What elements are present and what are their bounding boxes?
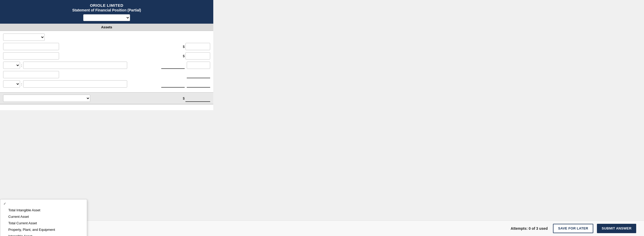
company-title: ORIOLE LIMITED [3, 3, 211, 8]
form-area: $ $ : [0, 31, 213, 92]
dropdown-item-4[interactable]: Property, Plant, and Equipment [0, 226, 87, 233]
row6-num2-input[interactable] [187, 80, 210, 88]
form-row-3: $ [3, 52, 210, 60]
assets-label: Assets [101, 25, 112, 29]
statement-subtitle: Statement of Financial Position (Partial… [3, 8, 211, 12]
row6-num1-input[interactable] [161, 80, 185, 88]
dropdown-overlay: Total Intangible Asset Current Asset Tot… [0, 199, 87, 236]
row6-text-input[interactable] [23, 80, 127, 88]
page-wrapper: ORIOLE LIMITED Statement of Financial Po… [0, 0, 644, 236]
row5-num-input[interactable] [187, 71, 210, 78]
header-select[interactable] [83, 14, 130, 21]
row2-num-input[interactable] [185, 43, 210, 50]
dollar-sign-total: $ [183, 96, 185, 100]
dropdown-item-empty[interactable] [0, 200, 87, 207]
row2-text-input[interactable] [3, 43, 59, 50]
attempts-text: Attempts: 0 of 3 used [511, 226, 548, 231]
form-row-2: $ [3, 43, 210, 50]
save-for-later-button[interactable]: SAVE FOR LATER [553, 224, 594, 233]
dropdown-item-2[interactable]: Current Asset [0, 213, 87, 220]
row1-select[interactable] [3, 34, 45, 41]
row4-num2-input[interactable] [187, 62, 210, 69]
form-row-1 [3, 34, 210, 41]
assets-bar: Assets [0, 24, 213, 31]
header-select-wrap [3, 14, 211, 21]
form-row-6: : [3, 80, 210, 88]
header: ORIOLE LIMITED Statement of Financial Po… [0, 0, 213, 24]
row6-select[interactable] [3, 80, 20, 88]
total-select[interactable]: Total Intangible Asset Current Asset Tot… [3, 95, 90, 102]
dollar-sign-2: $ [183, 54, 185, 58]
submit-answer-button[interactable]: SUBMIT ANSWER [597, 224, 636, 233]
total-row: Total Intangible Asset Current Asset Tot… [0, 92, 213, 104]
row5-text-input[interactable] [3, 71, 59, 78]
row4-text-input[interactable] [23, 62, 127, 69]
dropdown-item-5[interactable]: Intangible Asset [0, 233, 87, 236]
row3-num-input[interactable] [185, 52, 210, 60]
bottom-bar: Attempts: 0 of 3 used SAVE FOR LATER SUB… [0, 220, 644, 236]
row4-select[interactable] [3, 62, 20, 69]
form-row-4: : [3, 62, 210, 69]
dropdown-item-3[interactable]: Total Current Asset [0, 220, 87, 226]
row4-num1-input[interactable] [161, 62, 185, 69]
spacer [0, 105, 213, 110]
row3-text-input[interactable] [3, 52, 59, 60]
dropdown-item-1[interactable]: Total Intangible Asset [0, 207, 87, 213]
dollar-sign-1: $ [183, 45, 185, 49]
colon-1: : [21, 63, 22, 67]
colon-2: : [21, 82, 22, 86]
form-row-5 [3, 71, 210, 78]
content-area: ORIOLE LIMITED Statement of Financial Po… [0, 0, 213, 110]
divider [0, 104, 213, 104]
total-num-input[interactable] [185, 95, 210, 102]
